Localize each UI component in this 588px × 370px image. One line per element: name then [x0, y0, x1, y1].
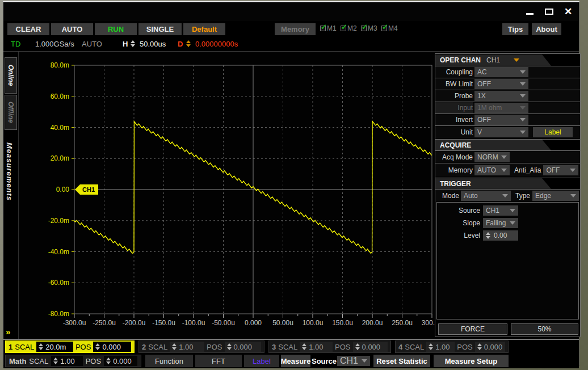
math-label-button[interactable]: Label: [244, 355, 279, 367]
trigger-mode-row: Mode Auto Type Edge: [435, 189, 580, 201]
ch3-scale-field[interactable]: 1.00: [300, 342, 333, 352]
memory-m1-checkbox[interactable]: ✓ M1: [320, 24, 337, 32]
spinner-icon[interactable]: [39, 343, 43, 350]
force-trigger-button[interactable]: FORCE: [438, 323, 507, 335]
fft-button[interactable]: FFT: [195, 355, 242, 367]
coupling-row: Coupling AC: [435, 66, 580, 78]
math-pos-field[interactable]: 0.000: [104, 356, 137, 366]
hscale-value[interactable]: 50.00us: [140, 40, 166, 48]
memory-m2-checkbox[interactable]: ✓ M2: [341, 24, 357, 32]
ch4-pos-label: POS: [457, 343, 472, 351]
expand-icon[interactable]: »: [6, 327, 10, 337]
acq-memory-label: Memory: [435, 166, 473, 174]
spinner-icon[interactable]: [477, 343, 482, 350]
trigger-settings-box: Source CH1 Slope Falling Level 0.00: [436, 202, 579, 319]
probe-select[interactable]: 1X: [474, 91, 528, 101]
memory-m3-checkbox[interactable]: ✓ M3: [361, 24, 377, 32]
math-label: Math: [9, 357, 26, 365]
spinner-icon[interactable]: [227, 343, 232, 350]
delay-value[interactable]: 0.00000000s: [195, 40, 238, 48]
measure-source-select[interactable]: CH1: [337, 356, 370, 366]
math-measure-row: Math SCAL 1.00 POS 0.000 Function FFT La…: [3, 354, 579, 368]
ch2-pos-field[interactable]: 0.000: [225, 342, 261, 352]
channel-label-button[interactable]: Label: [533, 127, 573, 137]
hscale-spinner-icon[interactable]: [131, 40, 135, 47]
spinner-icon[interactable]: [302, 343, 306, 350]
check-icon: ✓: [362, 23, 368, 31]
measure-setup-button[interactable]: Measure Setup: [434, 355, 509, 367]
unit-select[interactable]: V: [474, 127, 528, 137]
about-button[interactable]: About: [532, 23, 561, 35]
measure-button[interactable]: Measure: [281, 355, 310, 367]
spinner-icon[interactable]: [172, 343, 177, 350]
trigger-level-row: Level 0.00: [437, 230, 578, 241]
auto-button[interactable]: AUTO: [51, 23, 93, 35]
svg-text:200.0u: 200.0u: [362, 319, 383, 327]
maximize-button[interactable]: [544, 7, 554, 16]
memory-button[interactable]: Memory: [275, 23, 316, 35]
ch1-pos-label: POS: [75, 343, 91, 351]
memory-m2-label: M2: [347, 24, 357, 32]
ch4-pos-field[interactable]: 0.000: [475, 342, 505, 352]
trigger-level-field[interactable]: 0.00: [483, 230, 518, 241]
oper-chan-dropdown[interactable]: [514, 55, 519, 65]
anti-alias-select[interactable]: OFF: [543, 165, 578, 175]
close-button[interactable]: ✕: [563, 7, 573, 16]
coupling-label: Coupling: [435, 68, 473, 76]
minimize-button[interactable]: [524, 7, 535, 16]
tips-button[interactable]: Tips: [502, 23, 528, 35]
invert-select[interactable]: OFF: [474, 115, 528, 125]
ch3-scale-group[interactable]: 3 SCAL 1.00 POS 0.000: [268, 340, 391, 353]
ch1-scale-group[interactable]: 1 SCAL 20.0m POS 0.000: [5, 340, 135, 353]
level-spinner-icon[interactable]: [486, 232, 490, 239]
clear-button[interactable]: CLEAR: [7, 23, 49, 35]
svg-text:50.00u: 50.00u: [272, 319, 293, 327]
math-scale-field[interactable]: 1.00: [51, 356, 82, 366]
trigger-slope-select[interactable]: Falling: [483, 218, 518, 228]
scope-grid-and-trace: -300.0u-250.0u-200.0u-150.0u-100.0u-50.0…: [19, 52, 435, 339]
oper-chan-channel-value[interactable]: CH1: [486, 56, 500, 64]
spinner-icon[interactable]: [53, 358, 58, 364]
trigger-mode-select[interactable]: Auto: [461, 191, 511, 201]
svg-text:100.0u: 100.0u: [303, 319, 324, 327]
measurements-panel-label[interactable]: Measurements: [5, 142, 14, 201]
reset-statistic-button[interactable]: Reset Statistic: [373, 355, 430, 367]
run-button[interactable]: RUN: [95, 23, 137, 35]
minimize-icon: [526, 13, 534, 15]
bw-limit-select[interactable]: OFF: [474, 79, 528, 89]
status-row: TD 1.000GSa/s AUTO H 50.00us D 0.0000000…: [3, 36, 579, 52]
close-icon: ✕: [564, 7, 572, 16]
svg-text:-100.0u: -100.0u: [182, 319, 205, 327]
function-button[interactable]: Function: [145, 355, 193, 367]
acq-mode-select[interactable]: NORM: [474, 152, 510, 162]
memory-m4-checkbox[interactable]: ✓ M4: [381, 24, 398, 32]
ch1-pos-field[interactable]: 0.000: [93, 342, 131, 352]
spinner-icon[interactable]: [429, 343, 433, 350]
check-icon: ✓: [341, 23, 347, 31]
trigger-type-select[interactable]: Edge: [532, 191, 579, 201]
memory-m4-label: M4: [388, 24, 398, 32]
tab-online[interactable]: Online: [5, 57, 17, 94]
single-button[interactable]: SINGLE: [138, 23, 182, 35]
delay-spinner-icon[interactable]: [186, 40, 191, 47]
ch3-pos-field[interactable]: 0.000: [353, 342, 388, 352]
acq-memory-select[interactable]: AUTO: [474, 165, 510, 175]
chevron-down-icon: [520, 131, 526, 134]
spinner-icon[interactable]: [355, 343, 360, 350]
tab-offline[interactable]: Offline: [5, 95, 17, 130]
ch4-scale-group[interactable]: 4 SCAL 1.00 POS 0.000: [395, 340, 509, 353]
ch4-scale-field[interactable]: 1.00: [426, 342, 455, 352]
trigger-50pct-button[interactable]: 50%: [511, 323, 578, 335]
spinner-icon[interactable]: [106, 358, 111, 364]
coupling-select[interactable]: AC: [474, 67, 528, 77]
svg-text:0.00: 0.00: [56, 186, 70, 194]
ch2-scale-field[interactable]: 1.00: [170, 342, 204, 352]
math-scale-group[interactable]: Math SCAL 1.00 POS 0.000: [5, 355, 141, 367]
spinner-icon[interactable]: [95, 343, 100, 350]
ch1-scale-field[interactable]: 20.0m: [36, 342, 73, 352]
ch1-number: 1: [9, 343, 12, 351]
trigger-source-select[interactable]: CH1: [483, 205, 518, 216]
default-button[interactable]: Default: [183, 23, 225, 35]
probe-row: Probe 1X: [435, 90, 580, 102]
ch2-scale-group[interactable]: 2 SCAL 1.00 POS 0.000: [138, 340, 264, 353]
